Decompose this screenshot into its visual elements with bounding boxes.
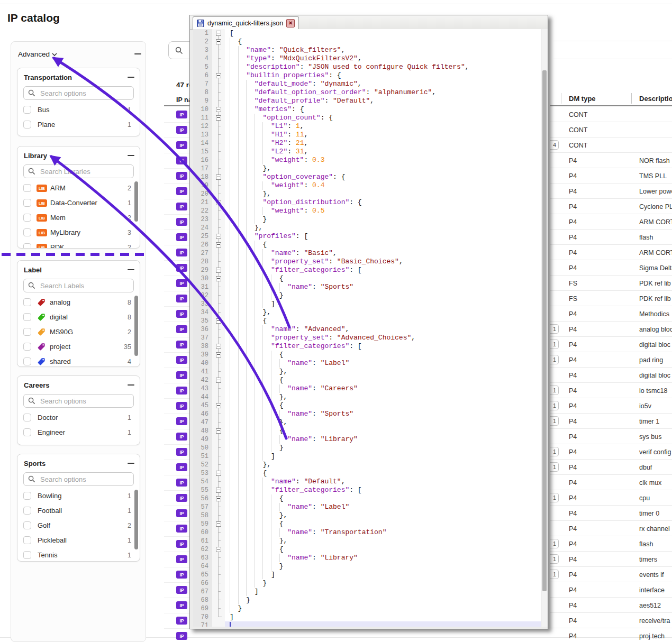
- filter-option-row[interactable]: Bowling1: [17, 489, 140, 503]
- table-row[interactable]: P4flash: [550, 230, 672, 245]
- filter-option-row[interactable]: Engineer1: [17, 425, 140, 440]
- table-row[interactable]: P4timer 0: [550, 506, 672, 521]
- table-row[interactable]: FSPDK ref lib: [550, 291, 672, 306]
- fold-margin[interactable]: [212, 469, 225, 478]
- fold-margin[interactable]: [212, 190, 225, 198]
- checkbox[interactable]: [23, 507, 31, 515]
- fold-margin[interactable]: [212, 105, 225, 114]
- fold-margin[interactable]: [212, 266, 225, 274]
- filter-option-row[interactable]: Doctor1: [17, 410, 140, 425]
- table-row[interactable]: P4interface: [550, 582, 672, 598]
- filter-option-row[interactable]: Golf2: [17, 518, 140, 533]
- scrollbar-thumb[interactable]: [134, 181, 138, 222]
- scrollbar-thumb[interactable]: [134, 296, 138, 356]
- fold-margin[interactable]: [212, 351, 225, 359]
- fold-margin[interactable]: [212, 444, 225, 452]
- fold-margin[interactable]: [212, 325, 225, 334]
- checkbox[interactable]: [23, 228, 31, 236]
- checkbox[interactable]: [23, 343, 31, 351]
- collapse-icon[interactable]: [128, 155, 134, 156]
- checkbox[interactable]: [23, 298, 31, 306]
- filter-option-row[interactable]: LIBPDK2: [17, 240, 140, 249]
- fold-margin[interactable]: [212, 274, 225, 283]
- filter-option-row[interactable]: LIBData-Converter1: [17, 196, 140, 210]
- filter-option-row[interactable]: shared4: [17, 354, 140, 367]
- search-input[interactable]: [39, 167, 129, 176]
- fold-margin[interactable]: [212, 164, 225, 173]
- checkbox[interactable]: [23, 536, 31, 544]
- fold-margin[interactable]: [212, 258, 225, 266]
- filter-option-row[interactable]: Tennis1: [17, 548, 140, 562]
- filter-option-row[interactable]: LIBMem2: [17, 210, 140, 225]
- filter-option-row[interactable]: Pickleball1: [17, 533, 140, 548]
- checkbox[interactable]: [23, 492, 31, 500]
- fold-margin[interactable]: [212, 232, 225, 241]
- checkbox[interactable]: [23, 121, 31, 129]
- fold-margin[interactable]: [212, 368, 225, 376]
- search-input[interactable]: [39, 475, 129, 484]
- fold-margin[interactable]: [212, 511, 225, 520]
- column-header-dm-type[interactable]: DM type: [569, 95, 596, 103]
- filter-option-row[interactable]: LIBARM2: [17, 181, 140, 196]
- fold-margin[interactable]: [212, 537, 225, 545]
- column-header-ip-name[interactable]: IP na: [176, 96, 189, 104]
- fold-margin[interactable]: [212, 604, 225, 613]
- column-header-description[interactable]: Description: [639, 95, 672, 103]
- fold-margin[interactable]: [212, 452, 225, 461]
- collapse-icon[interactable]: [128, 463, 134, 464]
- table-row[interactable]: 1P4digital bloc: [550, 337, 672, 352]
- filter-option-row[interactable]: Bus1: [17, 103, 140, 117]
- fold-margin[interactable]: [212, 207, 225, 215]
- fold-margin[interactable]: [212, 545, 225, 554]
- table-row[interactable]: 4CONT: [550, 137, 672, 153]
- fold-margin[interactable]: [212, 435, 225, 444]
- table-row[interactable]: 1P4flash: [550, 536, 672, 552]
- fold-margin[interactable]: [212, 181, 225, 190]
- fold-margin[interactable]: [212, 376, 225, 384]
- table-row[interactable]: P4Lower powe: [550, 184, 672, 199]
- fold-margin[interactable]: [212, 215, 225, 224]
- filter-option-row[interactable]: LIBMyLibrary3: [17, 225, 140, 240]
- table-row[interactable]: P4rx channel: [550, 521, 672, 536]
- advanced-dropdown[interactable]: Advanced: [18, 49, 57, 59]
- fold-margin[interactable]: [212, 317, 225, 325]
- fold-margin[interactable]: [212, 571, 225, 579]
- fold-margin[interactable]: [212, 173, 225, 181]
- table-row[interactable]: 1P4events if: [550, 567, 672, 582]
- filter-option-row[interactable]: project35: [17, 340, 140, 354]
- fold-margin[interactable]: [212, 224, 225, 232]
- code-area[interactable]: 1[2 {3 "name": "Quick_filters",4 "type":…: [193, 29, 541, 627]
- fold-margin[interactable]: [212, 308, 225, 317]
- table-row[interactable]: 1P4verif config: [550, 444, 672, 460]
- filter-option-row[interactable]: analog8: [17, 295, 140, 310]
- checkbox[interactable]: [23, 414, 31, 421]
- fold-margin[interactable]: [212, 122, 225, 131]
- table-row[interactable]: P4digital bloc: [550, 368, 672, 383]
- fold-margin[interactable]: [212, 156, 225, 164]
- fold-margin[interactable]: [212, 300, 225, 308]
- collapse-icon[interactable]: [128, 77, 134, 78]
- fold-margin[interactable]: [212, 71, 225, 80]
- table-row[interactable]: P4proj tech: [550, 628, 672, 642]
- scrollbar-thumb[interactable]: [542, 70, 547, 591]
- checkbox[interactable]: [23, 428, 31, 436]
- table-row[interactable]: 1P4io tsmc18: [550, 383, 672, 398]
- table-row[interactable]: P4Sigma Delta: [550, 260, 672, 276]
- fold-margin[interactable]: [212, 198, 225, 207]
- collapse-advanced-icon[interactable]: [134, 53, 141, 54]
- fold-margin[interactable]: [212, 554, 225, 562]
- filter-option-row[interactable]: MS90G2: [17, 325, 140, 340]
- close-icon[interactable]: ✕: [286, 19, 295, 27]
- table-row[interactable]: P4TMS PLL: [550, 168, 672, 184]
- filter-option-row[interactable]: digital8: [17, 310, 140, 325]
- fold-margin[interactable]: [212, 334, 225, 342]
- fold-margin[interactable]: [212, 29, 225, 38]
- table-row[interactable]: P4Cyclone PLL: [550, 199, 672, 214]
- table-row[interactable]: CONT: [550, 122, 672, 137]
- table-row[interactable]: P4sys bus: [550, 429, 672, 444]
- fold-margin[interactable]: [212, 410, 225, 418]
- fold-margin[interactable]: [212, 148, 225, 156]
- table-row[interactable]: CONT: [550, 107, 672, 122]
- fold-margin[interactable]: [212, 427, 225, 435]
- table-row[interactable]: 1P4pad ring: [550, 352, 672, 368]
